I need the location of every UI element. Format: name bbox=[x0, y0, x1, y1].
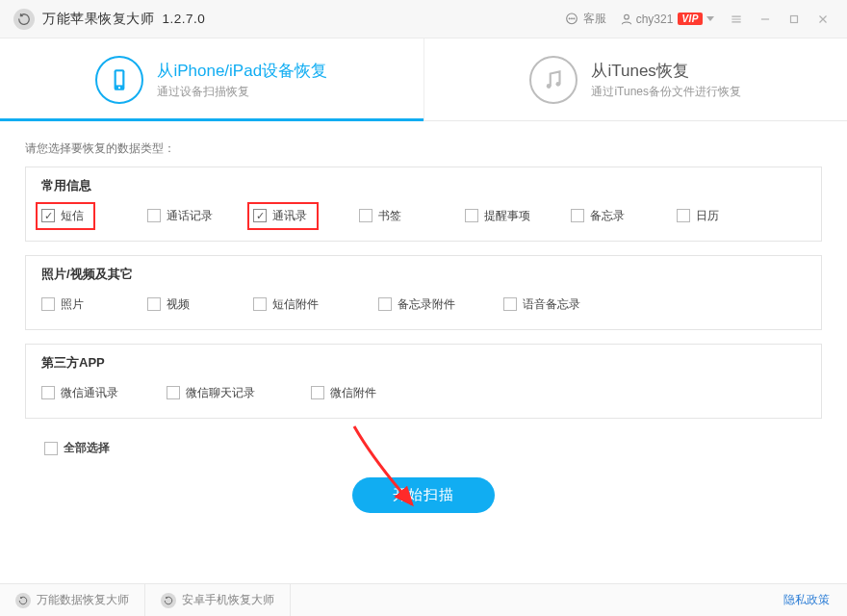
highlight-sms: 短信 bbox=[36, 202, 95, 230]
svg-rect-5 bbox=[791, 15, 798, 22]
bottom-tab-android-recovery[interactable]: 安卓手机恢复大师 bbox=[145, 584, 291, 617]
checkbox-select-all[interactable]: 全部选择 bbox=[44, 440, 822, 456]
checkbox-photos[interactable]: 照片 bbox=[41, 296, 84, 313]
group-thirdparty-header: 第三方APP bbox=[26, 345, 821, 377]
username: chy321 bbox=[636, 13, 674, 26]
phone-icon bbox=[95, 56, 143, 104]
group-media: 照片/视频及其它 照片 视频 短信附件 备忘录附件 语音备忘录 bbox=[25, 255, 822, 330]
select-all-row: 全部选择 bbox=[25, 432, 822, 460]
tab-itunes-title: 从iTunes恢复 bbox=[591, 60, 741, 82]
svg-point-2 bbox=[571, 17, 572, 18]
tab-itunes-recovery[interactable]: 从iTunes恢复 通过iTunes备份文件进行恢复 bbox=[424, 38, 848, 120]
tab-device-recovery[interactable]: 从iPhone/iPad设备恢复 通过设备扫描恢复 bbox=[0, 38, 424, 120]
svg-point-9 bbox=[547, 84, 552, 89]
privacy-policy-link[interactable]: 隐私政策 bbox=[783, 592, 830, 608]
checkbox-call-log[interactable]: 通话记录 bbox=[147, 208, 213, 224]
svg-point-3 bbox=[573, 17, 574, 18]
checkbox-voice-memos[interactable]: 语音备忘录 bbox=[503, 296, 580, 313]
dropdown-icon bbox=[706, 16, 714, 22]
group-media-header: 照片/视频及其它 bbox=[26, 256, 821, 289]
refresh-icon bbox=[15, 593, 31, 608]
checkbox-notes[interactable]: 备忘录 bbox=[571, 208, 625, 224]
svg-rect-7 bbox=[116, 71, 123, 85]
selection-prompt: 请您选择要恢复的数据类型： bbox=[25, 141, 822, 157]
bottom-tab-data-recovery[interactable]: 万能数据恢复大师 bbox=[0, 584, 145, 617]
music-note-icon bbox=[529, 56, 578, 104]
app-logo bbox=[13, 9, 35, 30]
checkbox-videos[interactable]: 视频 bbox=[147, 296, 190, 313]
close-button[interactable] bbox=[808, 0, 837, 38]
bottom-bar: 万能数据恢复大师 安卓手机恢复大师 隐私政策 bbox=[0, 583, 847, 616]
minimize-button[interactable] bbox=[751, 0, 780, 38]
checkbox-notes-attachments[interactable]: 备忘录附件 bbox=[378, 296, 455, 313]
svg-point-10 bbox=[556, 81, 561, 86]
checkbox-wechat-contacts[interactable]: 微信通讯录 bbox=[41, 385, 118, 401]
checkbox-wechat-chat[interactable]: 微信聊天记录 bbox=[167, 385, 255, 401]
maximize-button[interactable] bbox=[780, 0, 808, 38]
checkbox-sms-attachments[interactable]: 短信附件 bbox=[253, 296, 319, 313]
menu-button[interactable] bbox=[722, 0, 751, 38]
tab-itunes-subtitle: 通过iTunes备份文件进行恢复 bbox=[591, 84, 741, 100]
group-common: 常用信息 短信 通话记录 通讯录 书签 提醒事项 备忘录 日历 bbox=[25, 167, 822, 242]
checkbox-bookmarks[interactable]: 书签 bbox=[359, 208, 401, 224]
checkbox-wechat-attachments[interactable]: 微信附件 bbox=[311, 385, 376, 401]
group-thirdparty: 第三方APP 微信通讯录 微信聊天记录 微信附件 bbox=[25, 344, 822, 419]
checkbox-calendar[interactable]: 日历 bbox=[677, 208, 719, 224]
user-account[interactable]: chy321 VIP bbox=[612, 13, 722, 26]
title-bar: 万能苹果恢复大师 1.2.7.0 客服 chy321 VIP bbox=[0, 0, 847, 38]
svg-point-8 bbox=[118, 87, 120, 89]
checkbox-contacts[interactable]: 通讯录 bbox=[253, 208, 307, 224]
highlight-contacts: 通讯录 bbox=[247, 202, 319, 230]
checkbox-sms[interactable]: 短信 bbox=[41, 208, 84, 224]
vip-badge: VIP bbox=[678, 13, 703, 25]
content-area: 请您选择要恢复的数据类型： 常用信息 短信 通话记录 通讯录 书签 提醒事项 备… bbox=[0, 121, 847, 513]
tab-device-title: 从iPhone/iPad设备恢复 bbox=[157, 60, 327, 82]
customer-service-button[interactable]: 客服 bbox=[558, 0, 612, 38]
mode-tabs: 从iPhone/iPad设备恢复 通过设备扫描恢复 从iTunes恢复 通过iT… bbox=[0, 38, 847, 121]
checkbox-reminders[interactable]: 提醒事项 bbox=[465, 208, 530, 224]
start-scan-button[interactable]: 开始扫描 bbox=[352, 477, 495, 513]
svg-point-4 bbox=[624, 14, 629, 19]
tab-device-subtitle: 通过设备扫描恢复 bbox=[157, 84, 327, 100]
group-common-header: 常用信息 bbox=[26, 167, 821, 200]
refresh-icon bbox=[161, 593, 176, 608]
svg-point-1 bbox=[569, 17, 570, 18]
app-title: 万能苹果恢复大师 1.2.7.0 bbox=[42, 11, 205, 28]
